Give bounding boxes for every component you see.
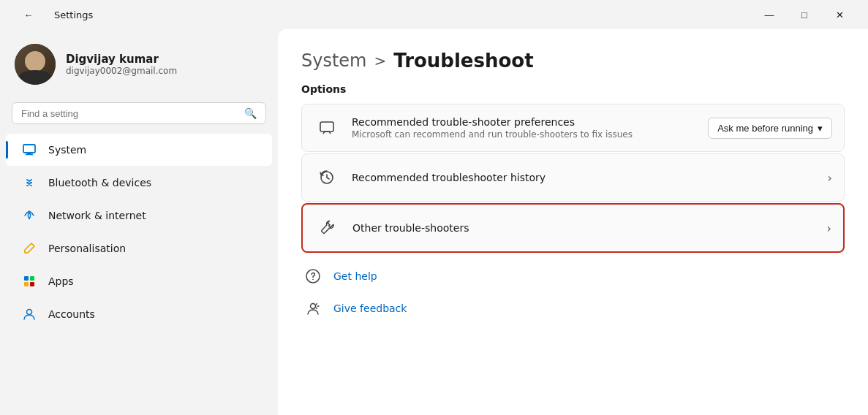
- sidebar-item-label-system: System: [48, 144, 86, 156]
- search-input[interactable]: [21, 108, 238, 119]
- user-email: digvijay0002@gmail.com: [66, 66, 177, 76]
- search-box[interactable]: 🔍: [12, 102, 266, 124]
- user-info: Digvijay kumar digvijay0002@gmail.com: [66, 53, 177, 76]
- svg-rect-9: [320, 122, 333, 132]
- recommended-history-body: Recommended troubleshooter history: [352, 172, 816, 183]
- network-icon: [20, 207, 38, 224]
- system-icon: [20, 141, 38, 159]
- breadcrumb: System > Troubleshoot: [301, 50, 845, 72]
- recommended-history-title: Recommended troubleshooter history: [352, 172, 816, 183]
- svg-rect-7: [30, 282, 34, 286]
- dropdown-chevron-icon: ▾: [818, 123, 823, 134]
- sidebar-item-accounts[interactable]: Accounts: [6, 298, 272, 330]
- dropdown-label: Ask me before running: [717, 123, 813, 134]
- user-name: Digvijay kumar: [66, 53, 177, 66]
- bluetooth-icon: [20, 174, 38, 191]
- back-button[interactable]: ←: [12, 3, 45, 26]
- svg-point-12: [312, 279, 314, 281]
- sidebar-item-bluetooth[interactable]: Bluetooth & devices: [6, 167, 272, 199]
- get-help-link[interactable]: Get help: [333, 270, 377, 282]
- give-feedback-icon: [301, 297, 325, 320]
- dropdown-button[interactable]: Ask me before running ▾: [708, 118, 832, 139]
- sidebar-item-label-bluetooth: Bluetooth & devices: [48, 177, 151, 189]
- recommended-prefs-body: Recommended trouble-shooter preferences …: [352, 116, 696, 140]
- app-content: Digvijay kumar digvijay0002@gmail.com 🔍: [0, 29, 868, 415]
- main-content: System > Troubleshoot Options Recommende…: [278, 29, 868, 415]
- breadcrumb-current: Troubleshoot: [393, 50, 533, 72]
- title-bar-left: ← Settings: [12, 3, 93, 26]
- avatar: [15, 44, 56, 85]
- options-label: Options: [301, 83, 845, 95]
- maximize-button[interactable]: □: [788, 3, 821, 26]
- breadcrumb-separator: >: [374, 52, 387, 69]
- help-links: Get help Give feedback: [301, 264, 845, 320]
- get-help-item[interactable]: Get help: [301, 264, 845, 288]
- give-feedback-link[interactable]: Give feedback: [333, 302, 407, 314]
- sidebar: Digvijay kumar digvijay0002@gmail.com 🔍: [0, 29, 278, 415]
- close-button[interactable]: ✕: [823, 3, 856, 26]
- other-troubleshooters-body: Other trouble-shooters: [352, 222, 815, 234]
- avatar-person: [25, 51, 45, 72]
- search-icon: 🔍: [244, 107, 257, 119]
- search-container: 🔍: [0, 96, 278, 133]
- sidebar-item-network[interactable]: Network & internet: [6, 199, 272, 232]
- sidebar-item-personalisation[interactable]: Personalisation: [6, 232, 272, 264]
- personalisation-icon: [20, 240, 38, 257]
- svg-rect-0: [23, 145, 35, 153]
- recommended-prefs-subtitle: Microsoft can recommend and run trouble-…: [352, 129, 696, 140]
- sidebar-item-system[interactable]: System: [6, 134, 272, 166]
- sidebar-item-apps[interactable]: Apps: [6, 265, 272, 297]
- recommended-prefs-card[interactable]: Recommended trouble-shooter preferences …: [301, 104, 845, 152]
- sidebar-item-label-network: Network & internet: [48, 210, 146, 221]
- recommended-prefs-title: Recommended trouble-shooter preferences: [352, 116, 696, 128]
- svg-rect-4: [24, 276, 29, 281]
- avatar-image: [15, 44, 56, 85]
- title-bar: ← Settings — □ ✕: [0, 0, 868, 29]
- other-chevron-right-icon: ›: [827, 221, 831, 235]
- svg-rect-5: [30, 276, 34, 281]
- app-title: Settings: [54, 9, 93, 20]
- avatar-body: [18, 70, 52, 85]
- other-troubleshooters-title: Other trouble-shooters: [352, 222, 815, 234]
- user-profile: Digvijay kumar digvijay0002@gmail.com: [0, 29, 278, 96]
- recommended-history-card[interactable]: Recommended troubleshooter history ›: [301, 153, 845, 202]
- wrench-icon: [314, 215, 341, 241]
- sidebar-item-label-accounts: Accounts: [48, 308, 95, 320]
- chat-icon: [314, 115, 340, 141]
- breadcrumb-parent[interactable]: System: [301, 50, 367, 71]
- window-controls: — □ ✕: [752, 3, 856, 26]
- chevron-right-icon: ›: [828, 171, 832, 185]
- minimize-button[interactable]: —: [752, 3, 786, 26]
- svg-point-13: [311, 304, 316, 309]
- settings-cards: Recommended trouble-shooter preferences …: [301, 104, 845, 253]
- other-troubleshooters-card[interactable]: Other trouble-shooters ›: [301, 203, 845, 253]
- sidebar-item-label-personalisation: Personalisation: [48, 243, 126, 254]
- accounts-icon: [20, 305, 38, 323]
- give-feedback-item[interactable]: Give feedback: [301, 297, 845, 320]
- sidebar-item-label-apps: Apps: [48, 275, 74, 287]
- svg-point-3: [29, 218, 30, 219]
- history-icon: [314, 164, 340, 191]
- svg-point-8: [27, 310, 32, 315]
- svg-rect-6: [24, 282, 29, 286]
- apps-icon: [20, 273, 38, 290]
- nav-items: System Bluetooth & devices Network &: [0, 133, 278, 415]
- get-help-icon: [301, 264, 325, 288]
